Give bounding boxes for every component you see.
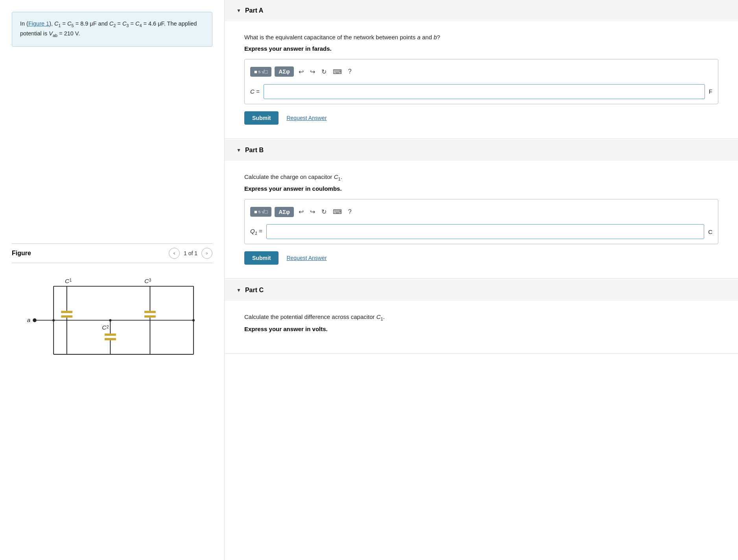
circuit-svg: C 1 C 3 C 2 a [20, 275, 208, 373]
part-a-request-answer-button[interactable]: Request Answer [286, 115, 327, 121]
matrix-icon: ■ [254, 69, 257, 75]
part-a-arrow: ▼ [236, 8, 241, 13]
part-a-instruction: Express your answer in farads. [244, 45, 718, 52]
svg-text:a: a [27, 317, 31, 323]
part-b-math-label: Q1 = [250, 228, 262, 236]
problem-text: In (Figure 1), C1 = C5 = 8.9 μF and C2 =… [20, 20, 197, 37]
matrix-icon-b: ■ [254, 209, 257, 215]
part-a-actions: Submit Request Answer [244, 111, 718, 125]
part-b-question: Calculate the charge on capacitor C1. [244, 173, 718, 182]
figure-count: 1 of 1 [184, 250, 197, 256]
svg-text:2: 2 [107, 324, 109, 329]
figure-nav: ‹ 1 of 1 › [169, 248, 212, 259]
part-b-arrow: ▼ [236, 147, 241, 153]
circuit-diagram: C 1 C 3 C 2 a [12, 263, 212, 374]
part-b-answer-box: ■ 5√□ ΑΣφ ↩ ↪ ↻ ⌨ ? Q1 = C [244, 199, 718, 244]
svg-point-6 [33, 318, 37, 322]
part-a-input[interactable] [264, 84, 705, 99]
part-b-redo-button[interactable]: ↪ [308, 206, 317, 217]
part-a-content: What is the equivalent capacitance of th… [225, 21, 738, 138]
part-b-actions: Submit Request Answer [244, 251, 718, 265]
part-b-request-answer-button[interactable]: Request Answer [286, 255, 327, 261]
part-c-title: Part C [245, 287, 264, 294]
part-a-unit: F [709, 88, 712, 95]
part-b-input-row: Q1 = C [250, 224, 712, 239]
svg-rect-23 [144, 315, 156, 317]
right-panel: ▼ Part A What is the equivalent capacita… [224, 0, 738, 560]
figure-header: Figure ‹ 1 of 1 › [12, 243, 212, 263]
svg-rect-26 [105, 333, 116, 336]
part-b-input[interactable] [266, 224, 704, 239]
part-a-matrix-button[interactable]: ■ 5√□ [250, 67, 271, 77]
part-a-math-label: C = [250, 88, 260, 95]
problem-box: In (Figure 1), C1 = C5 = 8.9 μF and C2 =… [12, 12, 212, 47]
part-a-undo-button[interactable]: ↩ [297, 66, 305, 77]
svg-point-29 [52, 319, 55, 321]
part-b-content: Calculate the charge on capacitor C1. Ex… [225, 161, 738, 279]
svg-text:C: C [65, 278, 70, 284]
svg-point-30 [109, 319, 112, 321]
part-b-toolbar: ■ 5√□ ΑΣφ ↩ ↪ ↻ ⌨ ? [250, 204, 712, 219]
left-panel: In (Figure 1), C1 = C5 = 8.9 μF and C2 =… [0, 0, 224, 560]
svg-text:1: 1 [70, 278, 72, 282]
svg-rect-17 [61, 315, 72, 317]
part-c-instruction: Express your answer in volts. [244, 326, 718, 332]
part-b-submit-button[interactable]: Submit [244, 251, 279, 265]
part-b-refresh-button[interactable]: ↻ [320, 206, 328, 217]
svg-rect-16 [61, 311, 72, 313]
svg-rect-27 [105, 338, 116, 340]
part-b-header[interactable]: ▼ Part B [225, 140, 738, 161]
part-b-matrix-button[interactable]: ■ 5√□ [250, 207, 271, 217]
part-b-keyboard-button[interactable]: ⌨ [331, 206, 343, 217]
svg-rect-22 [144, 311, 156, 313]
part-a-greek-button[interactable]: ΑΣφ [275, 66, 294, 77]
svg-text:C: C [144, 278, 149, 284]
part-c-header[interactable]: ▼ Part C [225, 280, 738, 301]
part-c-question: Calculate the potential difference acros… [244, 313, 718, 322]
part-b-title: Part B [245, 147, 264, 154]
part-b-unit: C [708, 228, 712, 235]
part-b-section: ▼ Part B Calculate the charge on capacit… [225, 140, 738, 279]
part-a-section: ▼ Part A What is the equivalent capacita… [225, 0, 738, 139]
figure-next-button[interactable]: › [201, 248, 212, 259]
part-a-keyboard-button[interactable]: ⌨ [331, 66, 343, 77]
part-b-undo-button[interactable]: ↩ [297, 206, 305, 217]
part-a-help-button[interactable]: ? [347, 66, 353, 77]
part-c-arrow: ▼ [236, 287, 241, 293]
part-a-input-row: C = F [250, 84, 712, 99]
part-c-section: ▼ Part C Calculate the potential differe… [225, 280, 738, 354]
part-c-content: Calculate the potential difference acros… [225, 301, 738, 353]
part-a-submit-button[interactable]: Submit [244, 111, 279, 125]
part-a-toolbar: ■ 5√□ ΑΣφ ↩ ↪ ↻ ⌨ ? [250, 64, 712, 79]
part-a-header[interactable]: ▼ Part A [225, 0, 738, 21]
part-a-redo-button[interactable]: ↪ [308, 66, 317, 77]
svg-text:3: 3 [149, 278, 151, 282]
part-a-answer-box: ■ 5√□ ΑΣφ ↩ ↪ ↻ ⌨ ? C = F [244, 59, 718, 104]
part-a-title: Part A [245, 7, 264, 14]
part-b-instruction: Express your answer in coulombs. [244, 185, 718, 192]
figure-prev-button[interactable]: ‹ [169, 248, 180, 259]
part-b-greek-button[interactable]: ΑΣφ [275, 207, 294, 217]
svg-text:C: C [102, 324, 107, 331]
figure-link[interactable]: Figure 1 [28, 20, 49, 27]
svg-point-31 [192, 319, 195, 321]
part-b-help-button[interactable]: ? [347, 207, 353, 217]
figure-title: Figure [12, 250, 31, 257]
part-a-refresh-button[interactable]: ↻ [320, 66, 328, 77]
part-a-question: What is the equivalent capacitance of th… [244, 33, 718, 42]
